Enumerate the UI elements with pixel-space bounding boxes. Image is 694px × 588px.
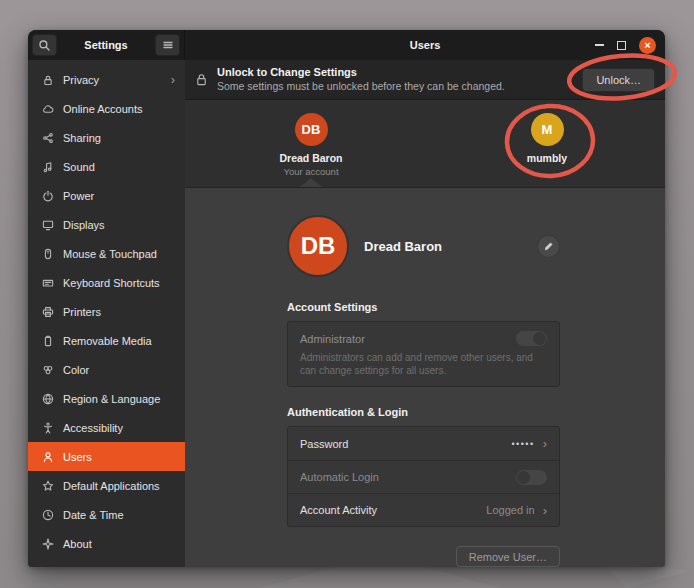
minimize-button[interactable]	[595, 44, 604, 46]
sound-icon	[41, 160, 54, 173]
sidebar-item-label: Mouse & Touchpad	[63, 248, 175, 260]
maximize-button[interactable]	[617, 41, 626, 50]
automatic-login-toggle[interactable]	[516, 470, 547, 485]
sidebar-item-keyboard-shortcuts[interactable]: Keyboard Shortcuts	[28, 268, 185, 297]
sidebar-item-label: Users	[63, 451, 175, 463]
share-icon	[41, 131, 54, 144]
sidebar-item-region-language[interactable]: Region & Language	[28, 384, 185, 413]
sidebar-item-sound[interactable]: Sound	[28, 152, 185, 181]
sidebar: Privacy›Online AccountsSharingSoundPower…	[28, 60, 185, 567]
toggle-knob	[517, 471, 530, 484]
clock-icon	[41, 508, 54, 521]
account-settings-heading: Account Settings	[287, 301, 560, 313]
sidebar-item-label: Sharing	[63, 132, 175, 144]
profile-name: Dread Baron	[364, 239, 442, 254]
chevron-right-icon: ›	[543, 503, 547, 518]
maximize-icon	[617, 41, 626, 50]
lock-icon	[195, 73, 208, 86]
remove-user-button[interactable]: Remove User…	[456, 546, 560, 567]
accessibility-icon	[41, 421, 54, 434]
search-icon	[38, 39, 51, 52]
lock-icon	[41, 73, 54, 86]
menu-button[interactable]	[155, 34, 180, 56]
sidebar-item-label: Online Accounts	[63, 103, 175, 115]
auth-login-heading: Authentication & Login	[287, 406, 560, 418]
sidebar-item-date-time[interactable]: Date & Time	[28, 500, 185, 529]
star-icon	[41, 479, 54, 492]
sidebar-item-displays[interactable]: Displays	[28, 210, 185, 239]
sidebar-item-power[interactable]: Power	[28, 181, 185, 210]
password-row[interactable]: Password ••••• ›	[288, 427, 559, 460]
sidebar-item-default-applications[interactable]: Default Applications	[28, 471, 185, 500]
close-button[interactable]: ×	[639, 37, 656, 54]
displays-icon	[41, 218, 54, 231]
edit-name-button[interactable]	[537, 235, 560, 258]
titlebar-main-section: Users ×	[185, 30, 665, 60]
sidebar-item-label: Sound	[63, 161, 175, 173]
window-controls: ×	[595, 37, 665, 54]
account-activity-label: Account Activity	[300, 504, 377, 516]
keyboard-icon	[41, 276, 54, 289]
users-icon	[41, 450, 54, 463]
profile-row: DB Dread Baron	[287, 188, 560, 277]
cloud-icon	[41, 102, 54, 115]
sidebar-item-label: Default Applications	[63, 480, 175, 492]
sidebar-item-mouse-touchpad[interactable]: Mouse & Touchpad	[28, 239, 185, 268]
search-button[interactable]	[32, 34, 57, 56]
sidebar-item-label: Power	[63, 190, 175, 202]
app-title: Settings	[57, 39, 155, 51]
minimize-icon	[595, 44, 604, 46]
sidebar-item-privacy[interactable]: Privacy›	[28, 65, 185, 94]
removable-media-icon	[41, 334, 54, 347]
user-dread-baron[interactable]: DB Dread Baron Your account	[251, 113, 371, 177]
chevron-right-icon: ›	[171, 72, 175, 87]
sidebar-item-label: Color	[63, 364, 175, 376]
administrator-toggle[interactable]	[516, 331, 547, 346]
unlock-banner: Unlock to Change Settings Some settings …	[185, 60, 665, 100]
avatar: DB	[295, 113, 328, 146]
panel-title: Users	[185, 39, 665, 51]
account-activity-row[interactable]: Account Activity Logged in ›	[288, 493, 559, 526]
user-details: DB Dread Baron Account Settings	[185, 188, 665, 567]
sidebar-item-online-accounts[interactable]: Online Accounts	[28, 94, 185, 123]
user-name: Dread Baron	[251, 152, 371, 164]
user-switcher: DB Dread Baron Your account M mumbly	[185, 100, 665, 188]
unlock-button[interactable]: Unlock…	[582, 68, 655, 92]
sidebar-item-label: About	[63, 538, 175, 550]
about-icon	[41, 537, 54, 550]
unlock-banner-subtitle: Some settings must be unlocked before th…	[217, 80, 505, 93]
auth-login-card: Password ••••• › Automatic Login	[287, 426, 560, 527]
power-icon	[41, 189, 54, 202]
toggle-knob	[533, 332, 546, 345]
sidebar-item-label: Printers	[63, 306, 175, 318]
sidebar-item-color[interactable]: Color	[28, 355, 185, 384]
sidebar-item-label: Privacy	[63, 74, 162, 86]
settings-window: Settings Users × Privacy›Online Accounts…	[28, 30, 665, 567]
user-name: mumbly	[487, 152, 607, 164]
administrator-row: Administrator Administrators can add and…	[288, 322, 559, 386]
sidebar-item-label: Accessibility	[63, 422, 175, 434]
sidebar-item-sharing[interactable]: Sharing	[28, 123, 185, 152]
titlebar-sidebar-section: Settings	[28, 30, 185, 60]
sidebar-item-removable-media[interactable]: Removable Media	[28, 326, 185, 355]
color-icon	[41, 363, 54, 376]
account-activity-value: Logged in	[486, 504, 534, 516]
sidebar-item-about[interactable]: About	[28, 529, 185, 558]
pencil-icon	[542, 240, 555, 253]
account-settings-card: Administrator Administrators can add and…	[287, 321, 560, 387]
sidebar-item-label: Displays	[63, 219, 175, 231]
sidebar-item-label: Removable Media	[63, 335, 175, 347]
password-value: •••••	[511, 439, 534, 449]
sidebar-item-users[interactable]: Users	[28, 442, 185, 471]
automatic-login-row: Automatic Login	[288, 460, 559, 493]
avatar: M	[531, 113, 564, 146]
sidebar-item-label: Keyboard Shortcuts	[63, 277, 175, 289]
sidebar-item-accessibility[interactable]: Accessibility	[28, 413, 185, 442]
user-mumbly[interactable]: M mumbly	[487, 113, 607, 164]
profile-avatar[interactable]: DB	[287, 215, 349, 277]
sidebar-item-printers[interactable]: Printers	[28, 297, 185, 326]
sidebar-item-label: Date & Time	[63, 509, 175, 521]
titlebar: Settings Users ×	[28, 30, 665, 60]
user-subtitle: Your account	[251, 166, 371, 177]
mouse-icon	[41, 247, 54, 260]
